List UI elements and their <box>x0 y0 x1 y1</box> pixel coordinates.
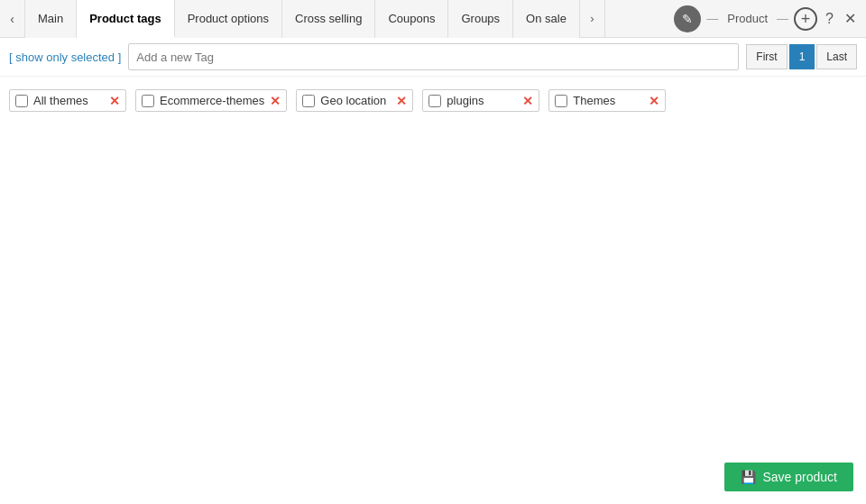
tab-coupons[interactable]: Coupons <box>375 0 448 38</box>
tab-groups[interactable]: Groups <box>448 0 513 38</box>
tag-checkbox-themes[interactable] <box>555 95 567 107</box>
tab-cross-selling[interactable]: Cross selling <box>282 0 375 38</box>
save-product-label: Save product <box>763 470 838 484</box>
tab-product-options[interactable]: Product options <box>175 0 282 38</box>
pagination: First 1 Last <box>746 44 857 69</box>
tag-label-plugins: plugins <box>447 94 517 107</box>
tag-remove-geo-location[interactable]: ✕ <box>396 95 407 107</box>
dash-sep-right: — <box>777 12 788 25</box>
tab-on-sale[interactable]: On sale <box>513 0 580 38</box>
tag-checkbox-ecommerce-themes[interactable] <box>142 95 154 107</box>
product-label: Product <box>723 12 771 25</box>
dash-sep-left: — <box>706 12 718 25</box>
tag-remove-all-themes[interactable]: ✕ <box>109 95 120 107</box>
tag-remove-themes[interactable]: ✕ <box>649 95 659 107</box>
tag-checkbox-geo-location[interactable] <box>302 95 315 107</box>
edit-icon-btn[interactable]: ✎ <box>674 5 701 32</box>
current-page-btn[interactable]: 1 <box>789 44 815 69</box>
tag-item-ecommerce-themes: Ecommerce-themes✕ <box>135 89 287 112</box>
help-btn[interactable]: ? <box>823 11 836 27</box>
tab-bar: ‹ Main Product tags Product options Cros… <box>0 0 866 38</box>
tag-remove-ecommerce-themes[interactable]: ✕ <box>270 95 281 107</box>
tag-remove-plugins[interactable]: ✕ <box>522 95 533 107</box>
tab-bar-right: ✎ — Product — + ? ✕ <box>674 5 866 32</box>
close-btn[interactable]: ✕ <box>842 10 859 27</box>
last-page-btn[interactable]: Last <box>816 44 857 69</box>
nav-more-arrow[interactable]: › <box>580 0 605 38</box>
tag-item-plugins: plugins✕ <box>422 89 539 112</box>
show-only-selected-link[interactable]: [ show only selected ] <box>9 50 121 64</box>
tag-item-all-themes: All themes✕ <box>9 89 126 112</box>
nav-back-arrow[interactable]: ‹ <box>0 0 25 38</box>
save-icon: 💾 <box>741 470 756 484</box>
tag-item-themes: Themes✕ <box>548 89 666 112</box>
tag-label-geo-location: Geo location <box>320 94 391 107</box>
tab-product-tags[interactable]: Product tags <box>77 0 174 38</box>
toolbar-row: [ show only selected ] First 1 Last <box>0 38 866 77</box>
tag-label-ecommerce-themes: Ecommerce-themes <box>160 94 264 107</box>
tag-label-themes: Themes <box>573 94 643 107</box>
add-tag-input[interactable] <box>128 43 739 70</box>
tags-area: All themes✕Ecommerce-themes✕Geo location… <box>0 77 866 124</box>
tag-item-geo-location: Geo location✕ <box>296 89 413 112</box>
first-page-btn[interactable]: First <box>746 44 787 69</box>
tag-checkbox-all-themes[interactable] <box>15 95 28 107</box>
tag-label-all-themes: All themes <box>33 94 104 107</box>
add-product-btn[interactable]: + <box>794 7 817 31</box>
tab-main[interactable]: Main <box>25 0 77 38</box>
tag-checkbox-plugins[interactable] <box>428 95 441 107</box>
save-product-btn[interactable]: 💾 Save product <box>724 463 854 491</box>
